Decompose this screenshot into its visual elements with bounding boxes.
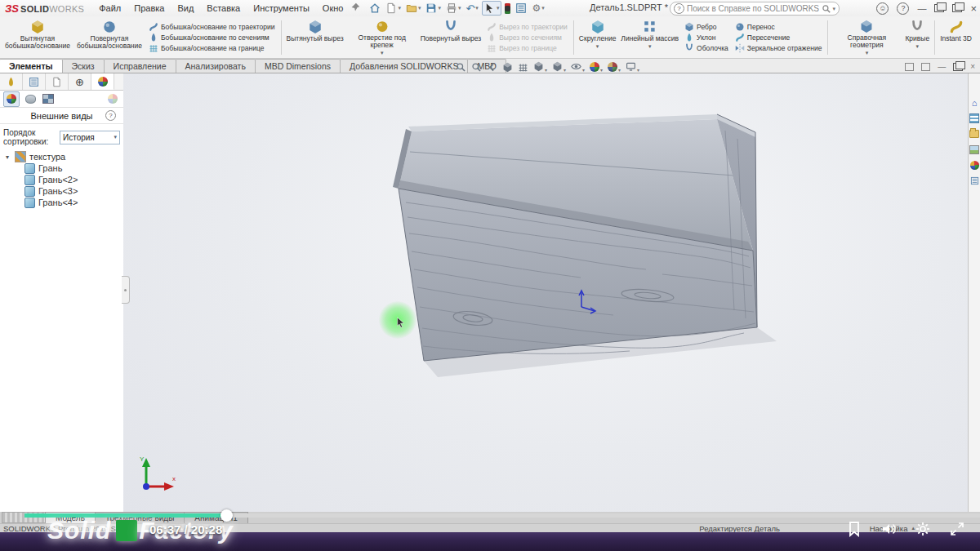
restore-button[interactable] <box>934 4 944 12</box>
rebuild-traffic-light-button[interactable] <box>503 2 512 15</box>
view-orientation-button[interactable]: ▾ <box>533 60 547 75</box>
file-explorer-icon[interactable] <box>969 129 979 139</box>
dropdown-caret[interactable]: ▾ <box>381 50 384 56</box>
appearances-scenes-icon[interactable] <box>969 160 979 170</box>
previous-document-icon[interactable] <box>905 63 914 71</box>
task-pane-home-icon[interactable]: ⌂ <box>969 98 979 108</box>
volume-icon[interactable] <box>880 521 897 537</box>
minimize-button[interactable]: — <box>917 3 926 13</box>
menu-tools[interactable]: Инструменты <box>247 2 316 15</box>
menu-file[interactable]: Файл <box>92 2 127 15</box>
revolved-boss-button[interactable]: Повернутая бобышка/основание <box>74 17 145 58</box>
help-circle-icon[interactable]: ? <box>897 2 909 15</box>
lofted-cut-icon <box>487 33 497 42</box>
dropdown-caret[interactable]: ▾ <box>596 43 599 50</box>
rib-button[interactable]: Ребро <box>683 22 730 32</box>
view-palette-icon[interactable] <box>969 144 979 154</box>
pin-menu-icon[interactable] <box>350 2 361 15</box>
help-search-box[interactable]: ? Поиск в Справке по SOLIDWORKS ▾ <box>670 2 840 16</box>
hole-wizard-button[interactable]: Отверстие под крепеж ▾ <box>346 17 418 58</box>
section-view-icon[interactable] <box>502 62 513 73</box>
bookmark-icon[interactable] <box>846 521 862 537</box>
dimxpert-manager-tab[interactable]: ⊕ <box>69 73 91 90</box>
linear-pattern-button[interactable]: Линейный массив ▾ <box>618 17 681 58</box>
apply-scene-button[interactable]: ▾ <box>608 60 621 75</box>
open-document-button[interactable]: ▾ <box>404 2 423 15</box>
extruded-boss-button[interactable]: Вытянутая бобышка/основание <box>2 17 74 58</box>
measure-icon[interactable] <box>518 62 528 73</box>
render-preview-button[interactable] <box>105 92 120 106</box>
display-manager-tab[interactable] <box>91 73 114 90</box>
extruded-cut-button[interactable]: Вытянутый вырез <box>284 17 346 58</box>
doc-close-button[interactable]: × <box>970 62 975 71</box>
draft-button[interactable]: Уклон <box>683 33 730 42</box>
home-button[interactable] <box>368 2 382 15</box>
tab-features[interactable]: Элементы <box>0 59 63 73</box>
exit-fullscreen-icon[interactable] <box>949 521 965 537</box>
tab-mbd-dimensions[interactable]: MBD Dimensions <box>255 59 341 73</box>
new-document-button[interactable]: ▾ <box>384 2 403 15</box>
tree-item-face-4[interactable]: Грань<4> <box>0 197 123 208</box>
panel-help-icon[interactable]: ? <box>105 110 116 121</box>
doc-restore-button[interactable] <box>953 63 963 71</box>
view-settings-button[interactable]: ▾ <box>626 60 639 75</box>
custom-properties-icon[interactable] <box>969 176 979 185</box>
configuration-manager-tab[interactable] <box>46 73 69 90</box>
doc-minimize-button[interactable]: — <box>938 62 946 71</box>
menu-window[interactable]: Окно <box>316 2 350 15</box>
close-button[interactable]: × <box>970 2 977 15</box>
tab-solidworks-addins[interactable]: Добавления SOLIDWORKS <box>340 59 468 73</box>
menu-edit[interactable]: Правка <box>127 2 171 15</box>
tree-item-face-1[interactable]: Грань <box>0 162 123 174</box>
tree-item-face-3[interactable]: Грань<3> <box>0 185 123 197</box>
property-manager-tab[interactable] <box>23 73 46 90</box>
design-library-icon[interactable] <box>969 113 979 123</box>
hide-show-items-button[interactable]: ▾ <box>571 60 585 75</box>
zoom-to-area-icon[interactable] <box>471 62 482 73</box>
panel-splitter-handle[interactable] <box>122 276 130 304</box>
view-appearances-button[interactable] <box>3 91 20 107</box>
next-document-icon[interactable] <box>921 63 930 71</box>
player-settings-gear-icon[interactable] <box>915 521 931 537</box>
boundary-boss-button[interactable]: Бобышка/основание на границе <box>147 43 277 53</box>
expand-arrow-icon[interactable]: ▾ <box>3 153 11 161</box>
instant-3d-button[interactable]: Instant 3D <box>938 17 974 58</box>
revolved-cut-button[interactable]: Повернутый вырез <box>418 17 484 58</box>
search-dropdown-icon[interactable]: ▾ <box>832 6 835 12</box>
mirror-button[interactable]: Зеркальное отражение <box>733 43 824 53</box>
dropdown-caret[interactable]: ▾ <box>648 43 652 50</box>
shell-button[interactable]: Оболочка <box>683 43 730 53</box>
previous-view-icon[interactable] <box>487 62 497 73</box>
edit-appearance-button[interactable]: ▾ <box>590 60 603 75</box>
switch-window-button[interactable] <box>952 4 962 12</box>
save-button[interactable]: ▾ <box>424 2 443 15</box>
tree-item-face-2[interactable]: Грань<2> <box>0 174 123 185</box>
tab-repair[interactable]: Исправление <box>104 59 176 73</box>
print-button[interactable]: ▾ <box>444 2 463 15</box>
tree-root-texture[interactable]: ▾ текстура <box>0 151 123 162</box>
sort-order-select[interactable]: История ▾ <box>60 131 120 144</box>
undo-button[interactable]: ↶▾ <box>464 2 479 16</box>
dropdown-caret[interactable]: ▾ <box>916 43 920 50</box>
select-cursor-button[interactable]: ▾ <box>482 1 502 16</box>
lofted-boss-button[interactable]: Бобышка/основание по сечениям <box>147 33 277 42</box>
swept-boss-button[interactable]: Бобышка/основание по траектории <box>147 22 277 32</box>
dropdown-caret[interactable]: ▾ <box>866 50 869 56</box>
view-decals-button[interactable] <box>23 92 38 106</box>
menu-view[interactable]: Вид <box>171 2 200 15</box>
move-face-button[interactable]: Перенос <box>733 22 824 32</box>
zoom-to-fit-icon[interactable] <box>456 62 466 73</box>
tab-evaluate[interactable]: Анализировать <box>176 59 256 73</box>
user-account-icon[interactable]: ☺ <box>876 2 889 15</box>
fillet-button[interactable]: Скругление ▾ <box>577 17 619 58</box>
curves-button[interactable]: Кривые ▾ <box>902 17 932 58</box>
tab-sketch[interactable]: Эскиз <box>62 59 105 73</box>
reference-geometry-button[interactable]: Справочная геометрия ▾ <box>831 17 902 58</box>
graphics-viewport[interactable]: Y x <box>123 73 968 512</box>
feature-manager-tab[interactable] <box>0 73 23 90</box>
intersect-button[interactable]: Пересечение <box>733 33 824 42</box>
view-scene-lights-button[interactable] <box>41 92 56 106</box>
search-icon[interactable] <box>822 4 831 14</box>
display-style-button[interactable]: ▾ <box>552 60 566 75</box>
menu-insert[interactable]: Вставка <box>200 2 247 15</box>
